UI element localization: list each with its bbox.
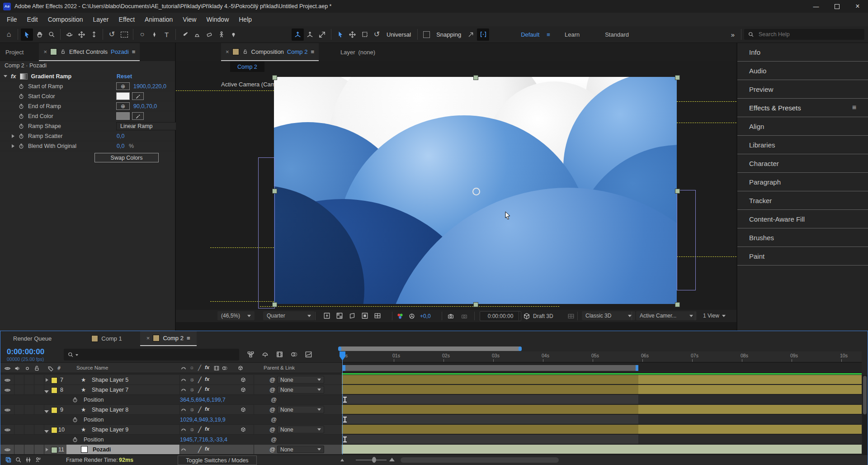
help-search-box[interactable]	[744, 29, 864, 40]
workspace-menu-icon[interactable]: ≡	[547, 31, 550, 38]
zoom-tool[interactable]	[45, 28, 57, 41]
hand-tool[interactable]	[33, 28, 45, 41]
fx-icon[interactable]: fx	[205, 386, 209, 392]
eraser-tool[interactable]	[203, 28, 215, 41]
close-button[interactable]: ×	[847, 0, 868, 13]
pick-whip-icon[interactable]: @	[269, 406, 275, 413]
tab-effect-controls[interactable]: × Effect Controls Pozadi ≡	[39, 43, 140, 61]
pan-camera-tool[interactable]	[75, 28, 88, 41]
menu-help[interactable]: Help	[234, 16, 257, 23]
menu-animation[interactable]: Animation	[140, 16, 178, 23]
fast-previews-icon[interactable]	[323, 312, 330, 319]
start-color-swatch[interactable]	[116, 92, 130, 100]
draft-3d-label[interactable]: Draft 3D	[533, 313, 553, 319]
stopwatch-icon[interactable]	[18, 133, 24, 139]
fx-icon[interactable]: fx	[205, 446, 209, 451]
graph-editor-icon[interactable]	[305, 351, 312, 358]
orbit-camera-tool[interactable]	[63, 28, 75, 41]
eye-icon[interactable]	[4, 377, 11, 384]
scrollbar-handle[interactable]	[519, 346, 522, 351]
tab-close-icon[interactable]: ×	[226, 48, 229, 55]
fx-icon[interactable]: fx	[205, 376, 209, 382]
tab-composition[interactable]: × Composition Comp 2 ≡	[221, 43, 319, 61]
timeline-vertical-scrollbar[interactable]	[862, 375, 868, 455]
layer-name-cell[interactable]: Pozadi	[66, 445, 179, 454]
layer-name[interactable]: Shape Layer 7	[92, 387, 128, 393]
property-value[interactable]: 1029,4,949,3,19,9	[180, 417, 226, 423]
menu-composition[interactable]: Composition	[43, 16, 88, 23]
eye-icon[interactable]	[4, 387, 11, 394]
parent-dropdown[interactable]: None	[277, 376, 324, 384]
selection-tool[interactable]	[21, 28, 33, 41]
toggle-switches-pane-icon[interactable]	[15, 456, 22, 463]
shy-icon[interactable]	[180, 446, 187, 453]
comp-sub-tab[interactable]: Comp 2	[230, 62, 264, 72]
selection-handle[interactable]	[272, 75, 277, 80]
tab-project[interactable]: Project	[5, 49, 24, 56]
toggle-av-pane-icon[interactable]	[5, 456, 12, 463]
selection-handle[interactable]	[473, 302, 478, 307]
property-value[interactable]: 0,0	[117, 143, 124, 149]
shy-icon[interactable]	[180, 387, 187, 393]
work-area-start-handle[interactable]	[343, 365, 345, 371]
layer-duration-bar[interactable]	[342, 375, 862, 385]
expander-icon[interactable]	[12, 134, 16, 138]
toggle-switches-modes-button[interactable]: Toggle Switches / Modes	[178, 456, 257, 465]
expander-icon[interactable]	[46, 378, 50, 382]
property-row[interactable]: Position 1945,7,716,3,-33,4 @	[0, 435, 342, 445]
layer-duration-bar-selected[interactable]	[342, 445, 862, 455]
panel-tab-paint[interactable]: Paint	[737, 247, 868, 266]
shy-icon[interactable]	[180, 377, 187, 383]
panel-tab-info[interactable]: Info	[737, 43, 868, 62]
quality-icon[interactable]: ╱	[198, 406, 202, 413]
property-name[interactable]: Position	[84, 437, 104, 443]
layer-duration-bar[interactable]	[342, 385, 862, 395]
label-color-chip[interactable]	[51, 447, 57, 453]
3d-layer-icon[interactable]	[240, 377, 246, 383]
anchor-point[interactable]	[472, 188, 480, 195]
universal-axis-mode[interactable]	[292, 28, 304, 41]
menu-effect[interactable]: Effect	[114, 16, 140, 23]
quality-icon[interactable]: ╱	[198, 426, 202, 433]
shy-icon[interactable]	[180, 407, 187, 413]
label-color-chip[interactable]	[51, 387, 57, 394]
puppet-pin-tool[interactable]	[227, 28, 240, 41]
collapse-icon[interactable]: ☼	[189, 426, 194, 432]
tab-layer-label[interactable]: Layer	[340, 49, 355, 56]
minimize-button[interactable]: —	[806, 0, 826, 13]
label-color-chip[interactable]	[51, 407, 57, 413]
selection-handle[interactable]	[675, 75, 680, 80]
panel-tab-character[interactable]: Character	[737, 154, 868, 173]
property-value[interactable]: 1945,7,716,3,-33,4	[180, 437, 227, 443]
view-count-dropdown[interactable]: 1 View	[699, 311, 729, 320]
collapse-icon[interactable]: ☼	[189, 376, 194, 383]
stopwatch-icon[interactable]	[72, 397, 78, 403]
scrollbar-thumb[interactable]	[863, 376, 867, 414]
property-name[interactable]: Position	[84, 397, 104, 403]
3d-layer-icon[interactable]	[240, 387, 246, 393]
roto-brush-tool[interactable]	[215, 28, 227, 41]
stopwatch-icon[interactable]	[72, 437, 78, 443]
panel-menu-icon[interactable]: ≡	[311, 48, 314, 55]
clone-stamp-tool[interactable]	[191, 28, 203, 41]
type-tool[interactable]: T	[160, 28, 173, 41]
quality-icon[interactable]: ╱	[198, 376, 202, 383]
fx-icon[interactable]: fx	[205, 406, 209, 412]
quality-icon[interactable]: ╱	[198, 446, 202, 453]
parent-dropdown[interactable]: None	[277, 386, 324, 394]
toggle-inout-pane-icon[interactable]	[25, 456, 32, 463]
label-color-chip[interactable]	[51, 427, 57, 433]
source-name-column-header[interactable]: Source Name	[76, 365, 108, 370]
shy-icon[interactable]	[180, 427, 187, 433]
stopwatch-icon[interactable]	[18, 123, 24, 129]
property-track[interactable]	[342, 415, 862, 425]
fx-icon[interactable]: fx	[205, 426, 209, 432]
layer-row[interactable]: 8 ★ Shape Layer 7 ☼ ╱ fx @ None	[0, 385, 342, 395]
time-ruler[interactable]: 0s 01s 02s 03s 04s 05s 06s 07s 08s 09s 1…	[342, 351, 862, 362]
stopwatch-icon[interactable]	[72, 417, 78, 423]
point-picker-button[interactable]: ⊕	[116, 102, 130, 110]
menu-window[interactable]: Window	[201, 16, 234, 23]
work-area-track[interactable]	[342, 362, 862, 373]
snapshot-icon[interactable]	[447, 313, 454, 320]
region-of-interest-icon[interactable]	[361, 312, 368, 319]
